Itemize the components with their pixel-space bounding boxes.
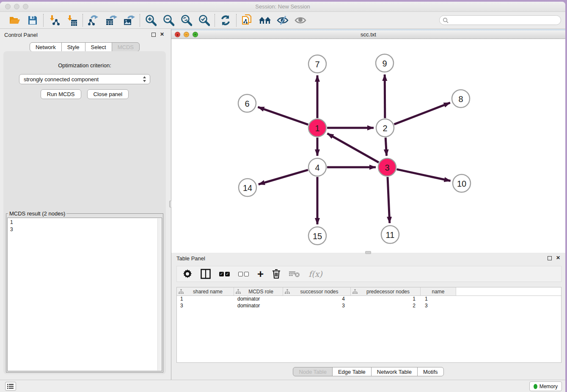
float-panel-icon[interactable] <box>151 33 156 37</box>
select-stepper-icon <box>143 76 146 83</box>
table-header-row: shared nameMCDS rolesuccessor nodesprede… <box>177 287 561 296</box>
graph-node-14[interactable]: 14 <box>239 179 256 196</box>
column-header-predecessor-nodes[interactable]: predecessor nodes <box>351 287 421 295</box>
table-cell: 3 <box>283 303 351 309</box>
copy-style-icon[interactable] <box>240 14 254 27</box>
deselect-all-columns-icon[interactable] <box>238 268 249 280</box>
graph-node-15[interactable]: 15 <box>308 227 326 245</box>
network-graph[interactable]: 7968124314101511 <box>171 39 564 253</box>
table-cell: 1 <box>421 296 456 303</box>
control-tab-mcds[interactable]: MCDS <box>112 42 140 52</box>
graph-node-7[interactable]: 7 <box>308 55 326 73</box>
network-window-titlebar[interactable]: x − + scc.txt <box>171 30 565 39</box>
control-panel-title: Control Panel <box>4 32 38 38</box>
graph-node-8[interactable]: 8 <box>452 90 470 108</box>
svg-text:10: 10 <box>457 179 466 188</box>
hide-graphics-details-icon[interactable] <box>276 14 289 27</box>
svg-text:1: 1 <box>315 124 319 133</box>
graph-node-6[interactable]: 6 <box>238 94 256 112</box>
close-panel-icon[interactable]: ✕ <box>160 31 164 37</box>
control-tab-network[interactable]: Network <box>30 42 62 52</box>
zoom-out-icon[interactable] <box>162 14 175 27</box>
show-graphics-details-icon[interactable] <box>294 14 307 27</box>
float-table-panel-icon[interactable] <box>548 256 552 260</box>
edge-2-9[interactable] <box>385 75 385 118</box>
svg-text:8: 8 <box>458 94 463 104</box>
task-history-button[interactable] <box>5 382 16 391</box>
memory-label: Memory <box>539 384 558 389</box>
table-settings-gear-icon[interactable] <box>183 268 192 280</box>
graph-node-10[interactable]: 10 <box>453 174 471 192</box>
zoom-fit-icon[interactable] <box>179 14 193 27</box>
graph-node-9[interactable]: 9 <box>376 54 394 72</box>
show-column-panel-icon[interactable] <box>201 268 211 280</box>
graph-node-4[interactable]: 4 <box>308 158 326 176</box>
result-lines: 13 <box>10 219 159 233</box>
import-network-icon[interactable] <box>47 14 61 27</box>
result-line: 3 <box>10 226 159 233</box>
select-all-columns-icon[interactable]: ✓✓ <box>219 268 230 280</box>
table-tabs: Node TableEdge TableNetwork TableMotifs <box>171 367 565 376</box>
edge-3-11[interactable] <box>388 177 390 223</box>
graph-node-11[interactable]: 11 <box>381 226 399 243</box>
edge-1-6[interactable] <box>258 107 308 125</box>
svg-text:9: 9 <box>382 59 387 68</box>
edge-2-3[interactable] <box>385 138 386 156</box>
table-tab-motifs[interactable]: Motifs <box>417 367 444 376</box>
refresh-view-icon[interactable] <box>219 14 232 27</box>
svg-text:6: 6 <box>245 99 249 108</box>
search-icon <box>443 17 449 23</box>
zoom-selected-icon[interactable] <box>197 14 211 27</box>
edge-3-1[interactable] <box>328 133 379 162</box>
edge-4-14[interactable] <box>259 170 308 184</box>
run-mcds-button[interactable]: Run MCDS <box>41 89 81 99</box>
table-tab-edge-table[interactable]: Edge Table <box>332 367 372 376</box>
import-table-icon[interactable] <box>65 14 79 27</box>
export-table-icon[interactable] <box>105 14 118 27</box>
close-panel-button[interactable]: Close panel <box>87 89 129 99</box>
table-row[interactable]: 3dominator323 <box>177 303 561 309</box>
svg-text:14: 14 <box>243 183 252 193</box>
table-row[interactable]: 1dominator411 <box>177 296 561 303</box>
open-session-icon[interactable] <box>8 14 22 27</box>
main-toolbar <box>0 12 565 29</box>
optimization-criterion-select[interactable]: strongly connected component <box>19 74 150 84</box>
table-cell: 3 <box>421 303 456 309</box>
edge-2-8[interactable] <box>394 103 450 124</box>
zoom-in-icon[interactable] <box>144 14 157 27</box>
control-tab-style[interactable]: Style <box>61 42 85 52</box>
edge-3-10[interactable] <box>397 169 451 181</box>
table-body: 1dominator4113dominator323 <box>177 296 561 309</box>
table-cell: 2 <box>351 303 421 309</box>
select-value: strongly connected component <box>24 76 143 83</box>
export-image-icon[interactable] <box>122 14 136 27</box>
table-cell: 1 <box>351 296 421 303</box>
graph-node-1[interactable]: 1 <box>308 119 326 137</box>
network-canvas[interactable]: 7968124314101511 <box>171 39 565 253</box>
graph-node-3[interactable]: 3 <box>378 158 396 176</box>
graph-node-2[interactable]: 2 <box>376 119 394 137</box>
table-tab-node-table[interactable]: Node Table <box>293 367 333 376</box>
table-cell: 1 <box>177 296 234 303</box>
control-tab-select[interactable]: Select <box>85 42 112 52</box>
column-header-successor-nodes[interactable]: successor nodes <box>283 287 351 295</box>
mcds-result-list[interactable]: 13 <box>7 218 162 371</box>
svg-text:2: 2 <box>383 124 387 133</box>
export-network-icon[interactable] <box>87 14 100 27</box>
save-session-icon[interactable] <box>26 14 39 27</box>
column-header-shared-name[interactable]: shared name <box>177 287 234 295</box>
delete-column-icon[interactable] <box>272 268 281 280</box>
control-panel: Control Panel ✕ NetworkStyleSelectMCDS O… <box>0 29 169 380</box>
home-layout-icon[interactable] <box>258 14 272 27</box>
mcds-result-group: MCDS result (2 nodes) 13 <box>6 210 163 373</box>
memory-button[interactable]: Memory <box>529 381 562 391</box>
column-header-name[interactable]: name <box>421 287 456 295</box>
close-table-panel-icon[interactable]: ✕ <box>556 255 560 261</box>
create-column-icon[interactable]: + <box>257 268 264 280</box>
table-tab-network-table[interactable]: Network Table <box>371 367 418 376</box>
column-header-MCDS-role[interactable]: MCDS role <box>234 287 283 295</box>
result-scrollbar[interactable] <box>157 218 161 370</box>
node-table: shared nameMCDS rolesuccessor nodesprede… <box>176 287 561 363</box>
mcds-tab-content: Optimization criterion: strongly connect… <box>3 51 166 374</box>
search-input[interactable] <box>450 17 561 24</box>
